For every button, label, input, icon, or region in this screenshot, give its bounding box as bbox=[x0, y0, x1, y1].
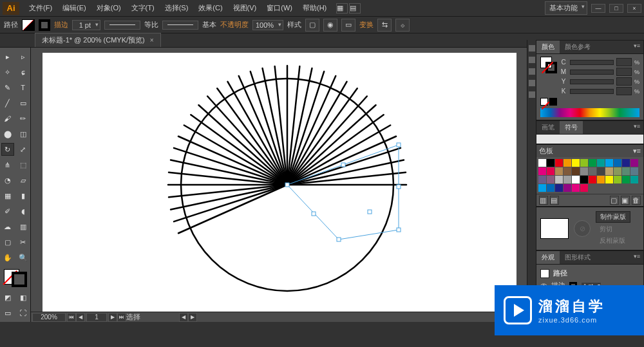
swatch[interactable] bbox=[605, 159, 613, 167]
swatch[interactable] bbox=[614, 176, 621, 183]
transform-icon-1[interactable]: ⇆ bbox=[377, 19, 392, 32]
scroll-left-icon[interactable]: ◀ bbox=[179, 313, 188, 322]
black-swatch[interactable] bbox=[549, 98, 557, 106]
panel-menu-icon[interactable]: ▾≡ bbox=[630, 41, 643, 53]
dock-icon[interactable] bbox=[529, 45, 535, 52]
scroll-right-icon[interactable]: ▶ bbox=[188, 313, 197, 322]
perspective-tool[interactable]: ▱ bbox=[17, 174, 30, 187]
dock-icon[interactable] bbox=[529, 80, 535, 86]
menu-window[interactable]: 窗口(W) bbox=[262, 1, 297, 15]
tab-brush[interactable]: 画笔 bbox=[536, 121, 560, 134]
mask-thumbnail[interactable] bbox=[540, 218, 569, 239]
close-button[interactable]: × bbox=[627, 4, 641, 13]
layout-icon-2[interactable]: ▤ bbox=[349, 3, 361, 14]
swatch[interactable] bbox=[564, 176, 571, 183]
blob-brush-tool[interactable]: ⬤ bbox=[1, 127, 14, 140]
slice-tool[interactable]: ✂ bbox=[17, 236, 30, 249]
swatch-libraries-icon[interactable]: ▥ bbox=[539, 196, 548, 205]
rotate-tool[interactable]: ↻ bbox=[1, 143, 14, 156]
style-swatch[interactable]: ▢ bbox=[305, 19, 319, 32]
dock-icon[interactable] bbox=[529, 57, 535, 63]
delete-swatch-icon[interactable]: 🗑 bbox=[632, 196, 641, 205]
tab-appearance[interactable]: 外观 bbox=[536, 251, 560, 264]
swatch[interactable] bbox=[630, 167, 638, 175]
scale-tool[interactable]: ⤢ bbox=[17, 143, 30, 156]
swatch[interactable] bbox=[580, 167, 588, 175]
swatch[interactable] bbox=[547, 167, 554, 175]
menu-type[interactable]: 文字(T) bbox=[127, 1, 159, 15]
menu-edit[interactable]: 编辑(E) bbox=[58, 1, 91, 15]
value-m[interactable] bbox=[616, 68, 632, 76]
swatch[interactable] bbox=[580, 184, 588, 192]
document-tab[interactable]: 未标题-1* @ 200% (CMYK/预览) × bbox=[35, 33, 161, 47]
swatch[interactable] bbox=[597, 167, 605, 175]
swatch[interactable] bbox=[614, 159, 621, 167]
blend-tool[interactable]: ◖ bbox=[17, 205, 30, 218]
stroke-weight-dropdown[interactable]: 1 pt bbox=[72, 20, 100, 30]
value-c[interactable] bbox=[616, 58, 632, 66]
graph-tool[interactable]: ▥ bbox=[17, 220, 30, 233]
gradient-tool[interactable]: ▮ bbox=[17, 189, 30, 202]
free-transform-tool[interactable]: ⬚ bbox=[17, 158, 30, 171]
swatch[interactable] bbox=[538, 176, 546, 183]
brush-sample[interactable] bbox=[162, 21, 198, 30]
direct-selection-tool[interactable]: ▹ bbox=[17, 50, 30, 63]
swatch[interactable] bbox=[630, 159, 638, 167]
slider-c[interactable] bbox=[570, 60, 614, 65]
swatch[interactable] bbox=[547, 176, 554, 183]
stroke-color[interactable] bbox=[12, 272, 27, 287]
swatch[interactable] bbox=[564, 184, 571, 192]
swatch-kind-icon[interactable]: ▤ bbox=[550, 196, 559, 205]
hand-tool[interactable]: ✋ bbox=[1, 251, 14, 264]
opacity-dropdown[interactable]: 100% bbox=[252, 20, 283, 30]
panel-menu-icon[interactable]: ▾≡ bbox=[630, 251, 643, 264]
pencil-tool[interactable]: ✏ bbox=[17, 112, 30, 125]
magic-wand-tool[interactable]: ✧ bbox=[1, 66, 14, 79]
fill-swatch[interactable] bbox=[22, 19, 35, 31]
swatch[interactable] bbox=[555, 159, 563, 167]
tab-symbol[interactable]: 符号 bbox=[560, 121, 583, 134]
swatch[interactable] bbox=[589, 159, 596, 167]
swatch[interactable] bbox=[622, 159, 630, 167]
slider-y[interactable] bbox=[570, 79, 614, 84]
change-screen-icon[interactable]: ⛶ bbox=[17, 306, 30, 319]
swatch[interactable] bbox=[597, 159, 605, 167]
slider-m[interactable] bbox=[570, 70, 614, 75]
swatch[interactable] bbox=[547, 159, 554, 167]
swatch[interactable] bbox=[564, 167, 571, 175]
artboard-next-icon[interactable]: ▶ bbox=[108, 313, 117, 322]
swatch[interactable] bbox=[564, 159, 571, 167]
color-mode-icon[interactable]: ◩ bbox=[1, 291, 14, 304]
rectangle-tool[interactable]: ▭ bbox=[17, 97, 30, 109]
swatch[interactable] bbox=[580, 159, 588, 167]
swatch[interactable] bbox=[630, 176, 638, 183]
artboard-number[interactable]: 1 bbox=[86, 313, 107, 322]
swatch[interactable] bbox=[589, 167, 596, 175]
gradient-mode-icon[interactable]: ◧ bbox=[17, 291, 30, 304]
swatch[interactable] bbox=[605, 176, 613, 183]
swatch[interactable] bbox=[538, 167, 546, 175]
tab-close-icon[interactable]: × bbox=[150, 37, 154, 44]
screen-mode-icon[interactable]: ▭ bbox=[1, 306, 14, 319]
swatch[interactable] bbox=[614, 167, 621, 175]
value-y[interactable] bbox=[616, 77, 632, 86]
swatch[interactable] bbox=[580, 176, 588, 183]
lasso-tool[interactable]: ɕ bbox=[17, 66, 30, 79]
swatch[interactable] bbox=[572, 167, 580, 175]
swatch[interactable] bbox=[622, 167, 630, 175]
swatch[interactable] bbox=[547, 184, 554, 192]
zoom-tool[interactable]: 🔍 bbox=[17, 251, 30, 264]
recolor-icon[interactable]: ◉ bbox=[323, 19, 337, 32]
selection-tool[interactable]: ▸ bbox=[1, 50, 14, 63]
workspace-dropdown[interactable]: 基本功能 bbox=[545, 1, 587, 15]
make-mask-button[interactable]: 制作蒙版 bbox=[596, 211, 630, 223]
tab-color-guide[interactable]: 颜色参考 bbox=[560, 41, 596, 53]
panel-menu-icon[interactable]: ▾≡ bbox=[630, 121, 643, 134]
menu-help[interactable]: 帮助(H) bbox=[298, 1, 331, 15]
symbol-tool[interactable]: ☁ bbox=[1, 220, 14, 233]
menu-file[interactable]: 文件(F) bbox=[24, 1, 57, 15]
menu-select[interactable]: 选择(S) bbox=[160, 1, 193, 15]
artboard-tool[interactable]: ▢ bbox=[1, 236, 14, 249]
swatch-grid[interactable] bbox=[536, 157, 643, 194]
swatch[interactable] bbox=[622, 176, 630, 183]
